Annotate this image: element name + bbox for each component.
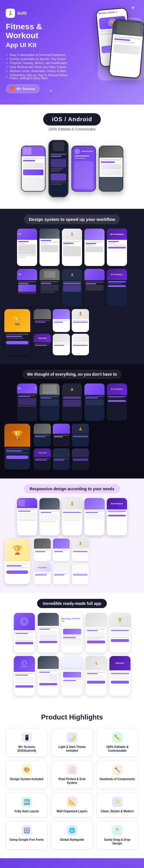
r-trophy: 🏆 — [4, 538, 30, 584]
r-screen-1 — [17, 498, 37, 535]
t-screen-2 — [40, 383, 59, 421]
screens-icon: 📱 — [22, 733, 32, 743]
highlight-card-pixel: ⬜ Pixel Perfect & Grid System — [51, 760, 93, 789]
fonts-label: Using Google Free Fonts — [9, 838, 44, 842]
design-icon: 🎨 — [22, 765, 32, 775]
thought-right-screens: 🧘 Yoga Body — [32, 424, 140, 470]
screens-badge: 90+ Screens — [6, 85, 40, 93]
i-screen-5: 🏋️ — [109, 613, 131, 653]
drag-icon: 🖱️ — [112, 825, 122, 836]
feature-item: Onboarding, Sign-up, Sign in, Account Se… — [6, 73, 75, 80]
thought-screens-row-2: 🏆 — [3, 424, 141, 470]
t-mini-a — [34, 424, 51, 447]
r-mini-a — [34, 538, 51, 561]
highlight-card-components: 🔧 Hundreds of Components — [96, 760, 138, 789]
figma-icon — [10, 87, 15, 91]
screen-d1: 950 — [17, 269, 37, 306]
i-screen-10: Workout — [109, 656, 131, 696]
r-mini-c: 🧘 — [72, 538, 89, 561]
hero-subtitle: App UI Kit — [6, 41, 75, 49]
star-decoration-3: ✦ — [49, 89, 52, 93]
r-mini-e — [53, 563, 70, 585]
highlight-card-clean: ✨ Clean, Stylish & Modern — [96, 793, 138, 817]
screen-d2 — [40, 269, 59, 306]
mini-screen-d: Yoga Body — [34, 334, 51, 355]
i-screen-6: 👤 — [14, 656, 35, 696]
mini-screen-e — [53, 334, 70, 355]
layers-label: Well Organized Layers — [56, 809, 87, 813]
screen-d4 — [85, 269, 104, 306]
i-screen-3: Morning, Christie 👋 — [61, 613, 83, 653]
hero-features-list: Easy Customization & Personal Experience… — [6, 54, 75, 80]
screens-label: 90+ Screens (iOS/Android) — [9, 745, 44, 752]
screen-5: Be Premium — [107, 229, 127, 266]
logo-icon: 🏃 — [6, 9, 15, 18]
r-screen-3: 🧘 — [62, 498, 82, 535]
i-screen-2 — [38, 613, 59, 653]
highlight-card-design: 🎨 Design System Included — [6, 760, 48, 789]
highlight-card-global: 🌐 Global Styleguide — [51, 821, 93, 849]
design-screens-row-3: 🏆 — [3, 309, 141, 355]
theme-label: Light & Dark Theme Included — [54, 745, 90, 752]
screen-d3: 🧘 — [62, 269, 82, 306]
r-screen-2 — [40, 498, 59, 535]
drag-label: Easily Drag & Drop Design — [100, 838, 135, 845]
platform-badge: iOS / Android — [43, 113, 101, 126]
platform-sub: 100% Editable & Customizable — [6, 127, 138, 131]
feature-item: Easy Customization & Personal Experience — [6, 54, 75, 57]
pixel-label: Pixel Perfect & Grid System — [54, 777, 90, 785]
global-icon: 🌐 — [67, 825, 77, 836]
screen-4 — [85, 229, 104, 266]
t-screen-5: Be Premium — [107, 383, 127, 421]
responsive-screens-row-1: 🧘 Be Premium — [3, 498, 141, 535]
r-mini-f — [72, 563, 89, 585]
hero-section: ✦ ✦ ✦ 🏃 Gofit Fitness & Workout App UI K… — [0, 0, 144, 104]
screen-1: 950 — [17, 229, 37, 266]
t-screen-1: 950 72 — [17, 383, 37, 421]
i-screen-8 — [61, 656, 83, 696]
thought-label: We thought of everything, so you don't h… — [22, 370, 122, 379]
t-mini-f — [72, 448, 89, 470]
t-screen-4 — [85, 383, 104, 421]
i-screen-4 — [85, 613, 107, 653]
feature-item: Entirely Searchable by Specific Time Per… — [6, 57, 75, 61]
thought-section: We thought of everything, so you don't h… — [0, 364, 144, 478]
logo-text: Gofit — [17, 11, 27, 16]
t-mini-b — [53, 424, 70, 447]
showcase-phone-1 — [21, 146, 46, 192]
design-system-label: Design system to speed up your workflow — [24, 215, 120, 224]
highlight-card-fonts: 🔡 Using Google Free Fonts — [6, 821, 48, 849]
showcase-phone-center — [48, 140, 69, 197]
t-screen-3: 🧘 — [62, 383, 82, 421]
r-mini-d: Yoga Body — [34, 563, 51, 585]
design-right-screens: 🧘 Yoga Body — [32, 309, 140, 355]
layout-label: Fully Auto Layout — [15, 809, 39, 813]
responsive-screens-row-2: 🏆 — [3, 538, 141, 585]
t-mini-e — [53, 448, 70, 470]
design-system-section: Design system to speed up your workflow … — [0, 209, 144, 364]
components-label: Hundreds of Components — [100, 777, 135, 781]
phones-showcase — [6, 137, 138, 200]
r-mini-b — [53, 538, 70, 561]
clean-label: Clean, Stylish & Modern — [101, 809, 134, 813]
t-mini-d: Yoga Body — [34, 448, 51, 470]
showcase-phone-4 — [99, 146, 123, 192]
mini-screen-a — [34, 309, 51, 332]
screen-d5: Be Premium — [107, 269, 127, 306]
i-screen-1: 👤 — [14, 613, 35, 653]
incredible-label: Incredible ready-made full app — [37, 599, 107, 608]
screen-3: 🧘 — [62, 229, 82, 266]
r-screen-4 — [85, 498, 104, 535]
highlight-card-layout: 🔤 Fully Auto Layout — [6, 793, 48, 817]
highlight-card-theme: 🌙 Light & Dark Theme Included — [51, 728, 93, 757]
design-screens-row-1: 950 — [3, 229, 141, 266]
highlight-card-editable: ✏️ 100% Editable & Customizable — [96, 728, 138, 757]
clean-icon: ✨ — [112, 797, 122, 807]
feature-item: Workout Levels, Bookmarks, History & Mor… — [6, 69, 75, 73]
responsive-right-screens: 🧘 Yoga Body — [32, 538, 140, 585]
t-mini-c: 🧘 — [72, 424, 89, 447]
hero-phone-2 — [108, 19, 144, 79]
editable-icon: ✏️ — [112, 733, 122, 743]
editable-label: 100% Editable & Customizable — [100, 745, 135, 752]
r-screen-5: Be Premium — [107, 498, 127, 535]
